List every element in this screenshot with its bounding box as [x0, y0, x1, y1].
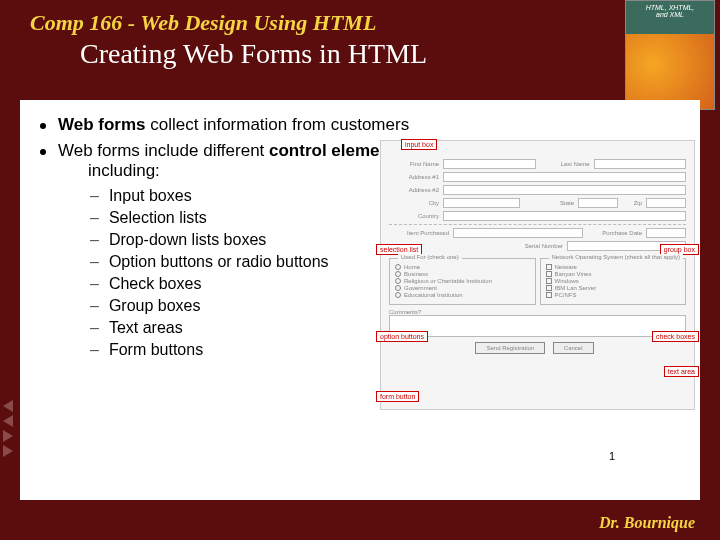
sub-1-text: Input boxes — [109, 187, 192, 205]
bullet-1: Web forms collect information from custo… — [40, 115, 680, 135]
fd-addr2: Address #2 — [389, 187, 439, 193]
nav-next-icon[interactable] — [3, 430, 13, 442]
sub-3-text: Drop-down lists boxes — [109, 231, 266, 249]
fd-serial: Serial Number — [508, 243, 563, 249]
fd-cancel-btn: Cancel — [553, 342, 594, 354]
callout-textarea: text area — [664, 366, 699, 377]
sub-7-text: Text areas — [109, 319, 183, 337]
fd-city: City — [389, 200, 439, 206]
bullet-1-text: collect information from customers — [146, 115, 410, 134]
content-panel: Web forms collect information from custo… — [20, 100, 700, 500]
fd-comments: Comments? — [389, 309, 421, 315]
page-title: Creating Web Forms in HTML — [80, 38, 700, 70]
opt-religious: Religious or Charitable Institution — [404, 278, 492, 284]
course-label: Comp 166 - Web Design Using HTML — [30, 10, 700, 36]
sub-5-text: Check boxes — [109, 275, 202, 293]
sub-8-text: Form buttons — [109, 341, 203, 359]
nav-prev-icon-2[interactable] — [3, 415, 13, 427]
page-number: 1 — [609, 450, 615, 462]
nav-arrows[interactable] — [3, 400, 13, 460]
bullet-1-bold: Web forms — [58, 115, 146, 134]
chk-windows: Windows — [555, 278, 579, 284]
callout-formbutton: form button — [376, 391, 419, 402]
fd-state: State — [524, 200, 574, 206]
callout-checkboxes: check boxes — [652, 331, 699, 342]
fd-firstname: First Name — [389, 161, 439, 167]
bullet-2-post: including: — [88, 161, 160, 180]
callout-optionbuttons: option buttons — [376, 331, 428, 342]
callout-inputbox: input box — [401, 139, 437, 150]
fd-item: Item Purchased — [389, 230, 449, 236]
chk-pcnfs: PC/NFS — [555, 292, 577, 298]
sub-4-text: Option buttons or radio buttons — [109, 253, 329, 271]
book-cover-image: HTML, XHTML, and XML — [625, 0, 715, 110]
opt-gov: Government — [404, 285, 437, 291]
author-label: Dr. Bournique — [599, 514, 695, 532]
chk-ibm: IBM Lan Server — [555, 285, 597, 291]
opt-home: Home — [404, 264, 420, 270]
fd-country: Country — [389, 213, 439, 219]
fd-zip: Zip — [622, 200, 642, 206]
nav-prev-icon[interactable] — [3, 400, 13, 412]
form-diagram: input box selection list option buttons … — [380, 140, 695, 410]
opt-edu: Educational Institution — [404, 292, 463, 298]
chk-banyan: Banyan Vines — [555, 271, 592, 277]
book-title-line1: HTML, XHTML, — [626, 4, 714, 11]
fd-addr1: Address #1 — [389, 174, 439, 180]
fd-netos: Network Operating System (check all that… — [549, 254, 683, 260]
sub-2-text: Selection lists — [109, 209, 207, 227]
chk-netware: Netware — [555, 264, 577, 270]
bullet-2-pre: Web forms include different — [58, 141, 269, 160]
book-title-line2: and XML — [626, 11, 714, 18]
fd-pdate: Purchase Date — [587, 230, 642, 236]
nav-next-icon-2[interactable] — [3, 445, 13, 457]
sub-6-text: Group boxes — [109, 297, 201, 315]
opt-business: Business — [404, 271, 428, 277]
fd-send-btn: Send Registration — [475, 342, 545, 354]
fd-lastname: Last Name — [540, 161, 590, 167]
fd-usedfor: Used For (check one) — [398, 254, 462, 260]
